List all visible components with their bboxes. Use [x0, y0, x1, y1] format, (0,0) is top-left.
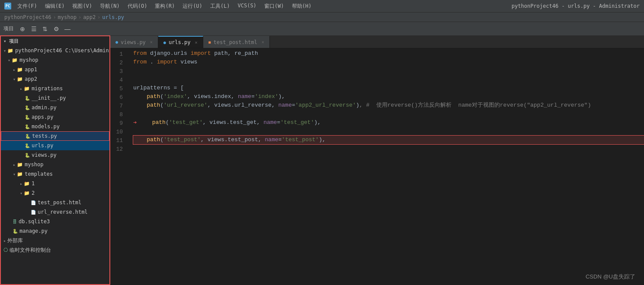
folder-icon: 📁	[17, 162, 23, 168]
token-pl: (	[160, 136, 163, 144]
temp-files-label: 临时文件和控制台	[10, 247, 51, 254]
red-arrow-icon: ➔	[133, 118, 137, 127]
tree-item-testpost[interactable]: 📄test_post.html	[1, 198, 109, 207]
token-pl: views	[177, 58, 197, 66]
editor-tab[interactable]: ●views.py×	[110, 36, 158, 48]
code-line-6: path('index', views.index, name='index')…	[133, 92, 644, 101]
token-cm: , # 使用reverse()方法反向解析 name对于视图的reverse("…	[359, 101, 591, 110]
line-number: 9	[110, 119, 126, 128]
py-icon: 🐍	[25, 124, 30, 129]
tree-item-apps[interactable]: 🐍apps.py	[1, 112, 109, 122]
token-str: 'app2_url_reverse'	[295, 101, 356, 110]
token-pl: =	[277, 118, 280, 127]
menu-bar[interactable]: 文件(F)编辑(E)视图(V)导航(N)代码(O)重构(R)运行(U)工具(L)…	[14, 2, 315, 11]
tree-arrow: ▾	[20, 191, 22, 196]
menu-item[interactable]: 文件(F)	[14, 2, 41, 11]
tree-item-dbsqlite[interactable]: 🗄db.sqlite3	[1, 217, 109, 226]
toolbar-label: 项目	[3, 25, 14, 32]
tree-item-myshop[interactable]: ▾📁myshop	[1, 55, 109, 65]
toolbar-btn-minimize[interactable]: —	[62, 24, 73, 34]
token-pl: )	[356, 101, 359, 110]
tab-bar[interactable]: ●views.py×●urls.py×◼test_post.html×	[110, 35, 644, 48]
external-library-item[interactable]: ▸外部库	[1, 236, 109, 245]
token-kw2: import	[191, 49, 211, 58]
toolbar-btn-settings[interactable]: ⚙	[51, 24, 61, 34]
project-section-header[interactable]: ▾ 项目	[1, 36, 109, 46]
code-line-4	[133, 75, 644, 84]
tree-item-label: url_reverse.html	[38, 209, 88, 215]
tree-item-label: views.py	[32, 152, 57, 158]
tree-item-manage[interactable]: 🐍manage.py	[1, 226, 109, 236]
tree-item-models[interactable]: 🐍models.py	[1, 122, 109, 131]
token-pl: =	[292, 101, 295, 110]
menu-item[interactable]: VCS(S)	[234, 2, 260, 11]
tree-arrow: ▸	[13, 67, 16, 72]
toolbar-btn-sort[interactable]: ⇅	[40, 24, 50, 34]
file-tree-sidebar[interactable]: ▾ 项目▾📁pythonProject46 C:\Users\Adminis▾📁…	[0, 35, 110, 285]
tree-item-app1[interactable]: ▸📁app1	[1, 65, 109, 74]
py-icon: 🐍	[25, 134, 30, 139]
html-icon: 📄	[31, 200, 36, 205]
line-number: 7	[110, 102, 126, 111]
editor-area[interactable]: 123456789101112 from django.urls import …	[110, 48, 644, 285]
temp-files-item[interactable]: ⎔临时文件和控制台	[1, 245, 109, 255]
tree-item-folder2[interactable]: ▾📁2	[1, 188, 109, 198]
toolbar: 项目 ⊕ ☰ ⇅ ⚙ —	[0, 22, 644, 35]
folder-icon: 📁	[17, 76, 23, 82]
menu-item[interactable]: 帮助(H)	[288, 2, 315, 11]
code-line-3	[133, 66, 644, 75]
code-line-5: urlpatterns = [	[133, 84, 644, 92]
token-nm: name	[279, 101, 292, 110]
tree-item-label: 2	[32, 190, 35, 196]
token-fn: path	[147, 92, 160, 101]
editor-tab[interactable]: ◼test_post.html×	[203, 36, 270, 48]
menu-item[interactable]: 运行(U)	[179, 2, 206, 11]
token-pl: =	[279, 136, 282, 144]
tree-item-urls[interactable]: 🐍urls.py	[1, 141, 109, 150]
tree-item-tests[interactable]: 🐍tests.py	[1, 131, 109, 141]
tab-close-btn[interactable]: ×	[195, 40, 197, 45]
toolbar-btn-list[interactable]: ☰	[29, 24, 39, 34]
menu-item[interactable]: 工具(L)	[207, 2, 234, 11]
tree-item-migrations[interactable]: ▸📁migrations	[1, 84, 109, 93]
toolbar-btn-add[interactable]: ⊕	[17, 24, 28, 34]
tree-item-init[interactable]: 🐍__init__.py	[1, 93, 109, 103]
menu-item[interactable]: 窗口(W)	[261, 2, 288, 11]
editor-wrapper: ●views.py×●urls.py×◼test_post.html× 1234…	[110, 35, 644, 285]
menu-item[interactable]: 编辑(E)	[42, 2, 68, 11]
tree-item-views[interactable]: 🐍views.py	[1, 150, 109, 160]
token-pl: , views.test_post,	[201, 136, 265, 144]
tree-item-urlreverse[interactable]: 📄url_reverse.html	[1, 207, 109, 217]
tree-item-root[interactable]: ▾📁pythonProject46 C:\Users\Adminis	[1, 46, 109, 55]
html-icon: ◼	[208, 40, 211, 44]
tree-item-label: admin.py	[32, 104, 57, 111]
tab-close-btn[interactable]: ×	[262, 40, 264, 44]
tree-arrow: ▸	[20, 181, 22, 186]
tree-item-label: app2	[25, 76, 37, 82]
folder-icon: 📁	[7, 48, 13, 54]
tree-item-templates[interactable]: ▾📁templates	[1, 169, 109, 179]
token-fn: path	[147, 136, 160, 144]
tree-item-myshop2[interactable]: ▸📁myshop	[1, 160, 109, 169]
code-line-10	[133, 127, 644, 136]
menu-item[interactable]: 重构(R)	[151, 2, 178, 11]
tree-item-app2[interactable]: ▾📁app2	[1, 74, 109, 84]
tab-close-btn[interactable]: ×	[150, 40, 153, 44]
token-kw2: import	[157, 58, 177, 66]
line-number: 12	[110, 145, 126, 154]
menu-item[interactable]: 视图(V)	[69, 2, 96, 11]
tree-arrow: ▾	[13, 77, 16, 82]
menu-item[interactable]: 导航(N)	[96, 2, 123, 11]
line-number: 5	[110, 85, 126, 93]
token-pl: (	[160, 92, 163, 101]
tree-item-label: apps.py	[32, 114, 54, 120]
tree-arrow: ▾	[3, 48, 6, 53]
token-pl: ),	[279, 92, 285, 101]
editor-tab[interactable]: ●urls.py×	[158, 36, 203, 48]
tree-item-label: pythonProject46 C:\Users\Adminis	[15, 48, 110, 54]
menu-item[interactable]: 代码(O)	[124, 2, 151, 11]
tree-item-folder1[interactable]: ▸📁1	[1, 179, 109, 188]
token-pl: .	[147, 58, 157, 66]
toolbar-buttons[interactable]: ⊕ ☰ ⇅ ⚙ —	[17, 24, 73, 34]
tree-item-admin[interactable]: 🐍admin.py	[1, 103, 109, 112]
